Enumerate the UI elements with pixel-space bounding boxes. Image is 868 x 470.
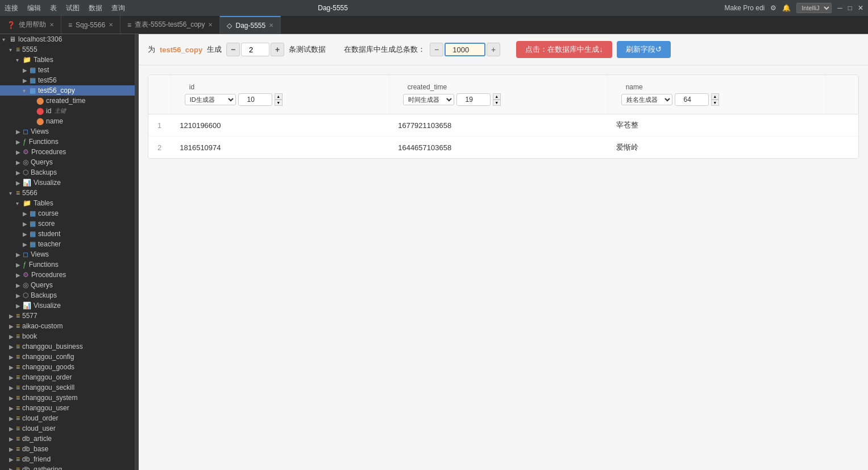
tab-sqg[interactable]: ≡Sqg-5566✕ — [61, 16, 121, 34]
tab-icon-help: ❓ — [7, 21, 15, 29]
col-controls-name: 姓名生成器随机字符串自定义▲▼ — [617, 92, 816, 109]
sidebar-item-course[interactable]: ▶▦course — [0, 208, 135, 218]
count-decrement[interactable]: − — [226, 43, 240, 56]
tab-dag[interactable]: ◇Dag-5555✕ — [220, 16, 281, 34]
sidebar-item-cloud_user[interactable]: ▶≡cloud_user — [0, 423, 135, 434]
sidebar-item-score[interactable]: ▶▦score — [0, 218, 135, 229]
col-generator-select-name[interactable]: 姓名生成器随机字符串自定义 — [621, 94, 672, 105]
maximize-btn[interactable]: □ — [848, 4, 852, 12]
menu-connect[interactable]: 连接 — [5, 3, 18, 13]
col-generator-select-created_time[interactable]: 时间生成器随机时间当前时间 — [403, 94, 454, 105]
sidebar-item-aikao-custom[interactable]: ▶≡aikao-custom — [0, 321, 135, 331]
sidebar-item-db_gathering[interactable]: ▶≡db_gathering — [0, 464, 135, 470]
col-spin-down-name[interactable]: ▼ — [711, 100, 719, 106]
tab-label-help: 使用帮助 — [19, 20, 46, 30]
sidebar-item-cloud_order[interactable]: ▶≡cloud_order — [0, 413, 135, 423]
total-input[interactable] — [445, 43, 485, 56]
col-name-id: id — [180, 80, 380, 92]
icon-5566: ≡ — [16, 189, 20, 197]
menu-query[interactable]: 查询 — [111, 3, 125, 13]
gen-infix: 生成 — [207, 44, 222, 55]
sidebar-item-test56[interactable]: ▶▦test56 — [0, 75, 135, 85]
sidebar-item-visualize-5555[interactable]: ▶📊Visualize — [0, 178, 135, 188]
sidebar-item-teacher[interactable]: ▶▦teacher — [0, 239, 135, 249]
col-generator-select-id[interactable]: ID生成器随机整数自定义 — [185, 94, 236, 105]
menu-data[interactable]: 数据 — [89, 3, 102, 13]
table-row: 112101966001677921103658宰苍整 — [148, 114, 858, 137]
total-decrement[interactable]: − — [430, 43, 443, 56]
sidebar-item-querys-5566[interactable]: ▶◎Querys — [0, 280, 135, 290]
sidebar-item-student[interactable]: ▶▦student — [0, 229, 135, 239]
arrow-functions-5555: ▶ — [16, 139, 23, 145]
icon-changgou_config: ≡ — [16, 353, 20, 361]
sidebar-item-procedures-5555[interactable]: ▶⚙Procedures — [0, 147, 135, 157]
col-spin-up-id[interactable]: ▲ — [275, 93, 283, 100]
sidebar-item-querys-5555[interactable]: ▶◎Querys — [0, 157, 135, 167]
sidebar-item-db_friend[interactable]: ▶≡db_friend — [0, 454, 135, 464]
sidebar-item-changgou_goods[interactable]: ▶≡changgou_goods — [0, 362, 135, 372]
sidebar-item-tables-5555[interactable]: ▾📁Tables — [0, 55, 135, 65]
refresh-button[interactable]: 刷新字段↺ — [617, 41, 671, 58]
col-spin-up-created_time[interactable]: ▲ — [493, 93, 501, 100]
sidebar-item-functions-5566[interactable]: ▶ƒFunctions — [0, 259, 135, 270]
col-value-input-name[interactable] — [675, 93, 709, 106]
sidebar-item-changgou_config[interactable]: ▶≡changgou_config — [0, 352, 135, 362]
tab-close-dag[interactable]: ✕ — [269, 22, 273, 28]
col-spinner-id: ▲▼ — [275, 93, 283, 106]
sidebar-item-5577[interactable]: ▶≡5577 — [0, 311, 135, 321]
col-spin-down-id[interactable]: ▼ — [275, 100, 283, 106]
sidebar-item-changgou_order[interactable]: ▶≡changgou_order — [0, 372, 135, 382]
menu-view[interactable]: 试图 — [66, 3, 80, 13]
sidebar-item-backups-5566[interactable]: ▶⬡Backups — [0, 290, 135, 300]
total-increment[interactable]: + — [487, 43, 500, 56]
col-spin-up-name[interactable]: ▲ — [711, 93, 719, 100]
sidebar-item-views-5555[interactable]: ▶◻Views — [0, 126, 135, 137]
col-value-input-created_time[interactable] — [456, 93, 491, 106]
arrow-5577: ▶ — [9, 313, 16, 319]
sidebar-item-col-id[interactable]: ⬤id主键 — [0, 106, 135, 116]
notification-icon[interactable]: 🔔 — [782, 4, 791, 12]
icon-test56_copy: ▦ — [30, 86, 36, 94]
label-functions-5566: Functions — [29, 261, 59, 269]
tab-close-sqg[interactable]: ✕ — [109, 22, 113, 28]
sidebar-item-procedures-5566[interactable]: ▶⚙Procedures — [0, 270, 135, 280]
sidebar-item-changgou_business[interactable]: ▶≡changgou_business — [0, 341, 135, 352]
minimize-btn[interactable]: ─ — [837, 4, 842, 12]
sidebar-item-created_time[interactable]: ⬤created_time — [0, 96, 135, 106]
sidebar-item-tables-5566[interactable]: ▾📁Tables — [0, 198, 135, 208]
icon-changgou_order: ≡ — [16, 373, 20, 381]
sidebar-item-visualize-5566[interactable]: ▶📊Visualize — [0, 300, 135, 311]
sidebar-item-localhost[interactable]: ▾🖥localhost:3306 — [0, 34, 135, 44]
sidebar-item-changgou_user[interactable]: ▶≡changgou_user — [0, 403, 135, 413]
sidebar-item-backups-5555[interactable]: ▶⬡Backups — [0, 167, 135, 178]
tab-chaxiao[interactable]: ≡查表-5555-test56_copy✕ — [121, 16, 220, 34]
icon-querys-5555: ◎ — [23, 158, 28, 166]
count-input[interactable] — [241, 43, 269, 56]
generate-button[interactable]: 点击：在数据库中生成↓ — [516, 41, 612, 58]
close-btn[interactable]: ✕ — [858, 4, 863, 12]
count-increment[interactable]: + — [271, 43, 284, 56]
sidebar-item-db_article[interactable]: ▶≡db_article — [0, 434, 135, 444]
sidebar-item-changgou_seckill[interactable]: ▶≡changgou_seckill — [0, 382, 135, 393]
sidebar-item-5566[interactable]: ▾≡5566 — [0, 188, 135, 198]
label-5566: 5566 — [22, 189, 38, 197]
sidebar-item-book[interactable]: ▶≡book — [0, 331, 135, 341]
col-value-input-id[interactable] — [238, 93, 272, 106]
sidebar-item-5555[interactable]: ▾≡5555 — [0, 44, 135, 55]
menu-edit[interactable]: 编辑 — [27, 3, 41, 13]
sidebar-item-test[interactable]: ▶▦test — [0, 65, 135, 75]
sidebar-item-functions-5555[interactable]: ▶ƒFunctions — [0, 137, 135, 147]
tab-close-chaxiao[interactable]: ✕ — [208, 22, 213, 28]
sidebar-item-changgou_system[interactable]: ▶≡changgou_system — [0, 393, 135, 403]
ide-select[interactable]: IntelliJ — [796, 3, 832, 13]
col-spin-down-created_time[interactable]: ▼ — [493, 100, 501, 106]
tab-close-help[interactable]: ✕ — [49, 22, 54, 28]
settings-icon[interactable]: ⚙ — [770, 4, 776, 12]
sidebar-item-db_base[interactable]: ▶≡db_base — [0, 444, 135, 454]
sidebar-item-col-name[interactable]: ⬤name — [0, 116, 135, 126]
menu-table[interactable]: 表 — [50, 3, 57, 13]
cell-extra — [825, 137, 858, 159]
tab-help[interactable]: ❓使用帮助✕ — [0, 16, 61, 34]
sidebar-item-views-5566[interactable]: ▶◻Views — [0, 249, 135, 259]
sidebar-item-test56_copy[interactable]: ▾▦test56_copy — [0, 85, 135, 96]
